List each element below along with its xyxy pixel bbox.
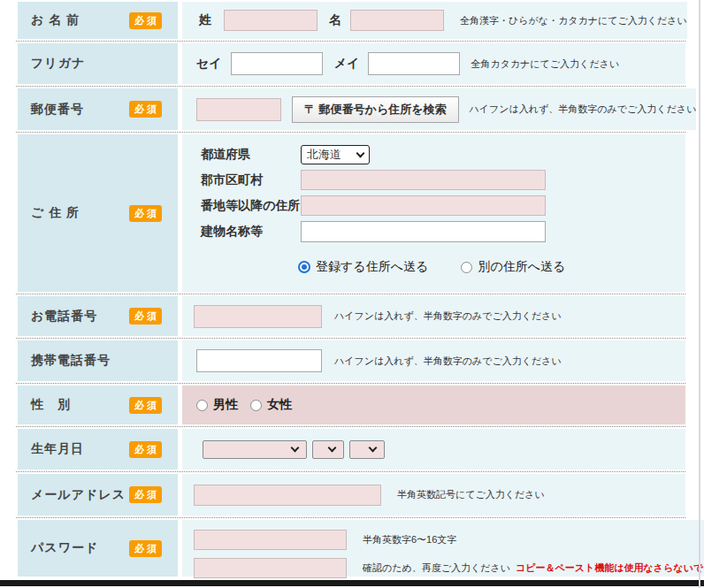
building-label: 建物名称等 (201, 224, 301, 240)
address-label: ご 住 所 (31, 205, 80, 221)
name-label-cell: お 名 前 必須 (18, 2, 178, 39)
gender-label-cell: 性 別 必須 (18, 386, 178, 424)
mobile-label-cell: 携帯電話番号 (18, 340, 178, 381)
first-name-label: 名 (329, 12, 341, 28)
sei-input[interactable] (231, 52, 323, 75)
mei-label: メイ (334, 56, 360, 72)
prefecture-selected-value: 北海道 (307, 147, 341, 163)
row-furigana: フリガナ セイ メイ 全角カタカナにてご入力ください (18, 43, 685, 84)
email-label: メールアドレス (31, 487, 126, 503)
email-label-cell: メールアドレス 必須 (18, 474, 178, 515)
furigana-label-cell: フリガナ (18, 43, 178, 84)
first-name-input[interactable] (350, 10, 444, 31)
chevron-down-icon (328, 444, 337, 453)
furigana-label: フリガナ (31, 56, 85, 72)
mei-input[interactable] (368, 52, 460, 75)
street-label: 番地等以降の住所 (201, 198, 301, 214)
prefecture-select[interactable]: 北海道 (301, 145, 370, 164)
password-confirm-input[interactable] (194, 558, 347, 578)
building-line: 建物名称等 (201, 221, 546, 242)
password-confirm-line: 確認のため、再度ご入力ください コピー＆ペースト機能は使用なさらないでください (194, 558, 704, 578)
female-label: 女性 (267, 397, 292, 413)
row-gender: 性 別 必須 男性 女性 (18, 386, 685, 424)
email-input[interactable] (194, 485, 381, 506)
city-input[interactable] (301, 170, 546, 190)
birthday-label-cell: 生年月日 必須 (18, 429, 178, 470)
password-required-badge: 必須 (129, 540, 162, 557)
gender-content-cell: 男性 女性 (182, 386, 685, 424)
radio-female[interactable] (250, 400, 262, 411)
radio-male[interactable] (196, 400, 208, 411)
row-name: お 名 前 必須 姓 名 全角漢字・ひらがな・カタカナにてご入力ください (18, 2, 685, 39)
password-copy-paste-warning: コピー＆ペースト機能は使用なさらないでください (516, 561, 704, 575)
row-password: パスワード 必須 半角英数字6〜16文字 確認のため、再度ご入力ください コピー… (18, 520, 685, 577)
address-content-cell: 都道府県 北海道 郡市区町村 番地等以降の住所 建物名称等 登録する住所へ (182, 134, 685, 292)
last-name-input[interactable] (224, 10, 318, 31)
prefecture-line: 都道府県 北海道 (201, 145, 370, 164)
birth-year-select[interactable] (203, 440, 307, 459)
city-line: 郡市区町村 (201, 170, 546, 190)
postal-label: 郵便番号 (31, 102, 84, 118)
password-label-cell: パスワード 必須 (18, 520, 178, 577)
mobile-input[interactable] (196, 349, 322, 372)
phone-hint: ハイフンは入れず、半角数字のみでご入力ください (334, 309, 562, 323)
city-label: 郡市区町村 (201, 172, 301, 188)
password-content-cell: 半角英数字6〜16文字 確認のため、再度ご入力ください コピー＆ペースト機能は使… (182, 520, 704, 577)
shipping-radio-group: 登録する住所へ送る 別の住所へ送る (298, 259, 565, 275)
phone-input[interactable] (194, 305, 322, 328)
name-label: お 名 前 (31, 12, 80, 28)
phone-label: お電話番号 (31, 309, 97, 325)
email-hint: 半角英数記号にてご入力ください (397, 488, 545, 501)
password-hint: 半角英数字6〜16文字 (363, 533, 456, 546)
chevron-down-icon (356, 149, 365, 158)
postal-content-cell: 〒 郵便番号から住所を検索 ハイフンは入れず、半角数字のみでご入力ください (182, 88, 696, 130)
registration-form: お 名 前 必須 姓 名 全角漢字・ひらがな・カタカナにてご入力ください フリガ… (18, 2, 685, 581)
birthday-content-cell (182, 429, 685, 470)
row-mobile: 携帯電話番号 ハイフンは入れず、半角数字のみでご入力ください (18, 340, 685, 381)
address-required-badge: 必須 (129, 205, 162, 222)
birth-month-select[interactable] (312, 440, 344, 459)
male-label: 男性 (213, 397, 238, 413)
birth-day-select[interactable] (349, 440, 385, 459)
mobile-hint: ハイフンは入れず、半角数字のみでご入力ください (334, 355, 562, 368)
radio-other-address[interactable] (461, 262, 472, 273)
name-required-badge: 必須 (129, 12, 162, 29)
row-phone: お電話番号 必須 ハイフンは入れず、半角数字のみでご入力ください (18, 296, 685, 336)
street-input[interactable] (301, 195, 546, 216)
row-birthday: 生年月日 必須 (18, 429, 685, 470)
gender-required-badge: 必須 (129, 397, 162, 414)
phone-label-cell: お電話番号 必須 (18, 296, 178, 336)
email-required-badge: 必須 (129, 486, 162, 503)
bottom-window-edge (0, 580, 704, 586)
street-line: 番地等以降の住所 (201, 195, 546, 216)
row-address: ご 住 所 必須 都道府県 北海道 郡市区町村 番地等以降の住所 建物名称等 (18, 134, 685, 292)
prefecture-label: 都道府県 (201, 147, 301, 163)
postal-search-button[interactable]: 〒 郵便番号から住所を検索 (292, 96, 459, 123)
birthday-label: 生年月日 (31, 441, 84, 457)
email-content-cell: 半角英数記号にてご入力ください (182, 474, 685, 515)
password-label: パスワード (31, 540, 98, 556)
radio-registered-label: 登録する住所へ送る (316, 259, 428, 275)
password-line: 半角英数字6〜16文字 (194, 530, 456, 550)
postal-hint: ハイフンは入れず、半角数字のみでご入力ください (470, 103, 697, 116)
password-confirm-hint: 確認のため、再度ご入力ください (363, 561, 510, 575)
gender-label: 性 別 (31, 397, 71, 413)
radio-registered-address[interactable] (298, 261, 310, 273)
scrollbar-track[interactable] (699, 0, 700, 588)
chevron-down-icon (369, 444, 378, 453)
furigana-hint: 全角カタカナにてご入力ください (471, 57, 619, 71)
radio-other-label: 別の住所へ送る (478, 259, 565, 275)
postal-code-input[interactable] (196, 98, 281, 121)
postal-label-cell: 郵便番号 必須 (18, 88, 178, 130)
birthday-required-badge: 必須 (129, 441, 162, 458)
address-label-cell: ご 住 所 必須 (18, 134, 178, 292)
building-input[interactable] (301, 221, 546, 242)
phone-content-cell: ハイフンは入れず、半角数字のみでご入力ください (182, 296, 685, 336)
sei-label: セイ (196, 56, 222, 72)
phone-required-badge: 必須 (129, 308, 162, 325)
password-input[interactable] (194, 530, 347, 550)
row-email: メールアドレス 必須 半角英数記号にてご入力ください (18, 474, 685, 515)
postal-required-badge: 必須 (129, 101, 162, 118)
row-postal-code: 郵便番号 必須 〒 郵便番号から住所を検索 ハイフンは入れず、半角数字のみでご入… (18, 88, 685, 130)
furigana-content-cell: セイ メイ 全角カタカナにてご入力ください (182, 43, 685, 84)
